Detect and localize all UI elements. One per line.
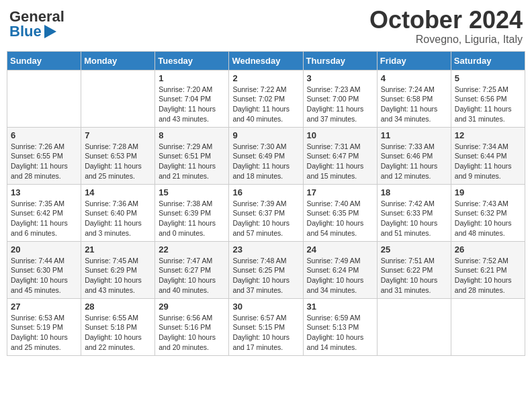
calendar-cell: 1Sunrise: 7:20 AM Sunset: 7:04 PM Daylig… (155, 70, 229, 127)
day-number: 29 (159, 302, 225, 312)
day-number: 5 (455, 73, 521, 83)
day-info: Sunrise: 7:39 AM Sunset: 6:37 PM Dayligh… (232, 199, 299, 238)
day-number: 25 (381, 244, 447, 255)
day-info: Sunrise: 7:22 AM Sunset: 7:02 PM Dayligh… (232, 85, 299, 124)
day-number: 7 (85, 130, 151, 140)
calendar-cell: 7Sunrise: 7:28 AM Sunset: 6:53 PM Daylig… (81, 127, 155, 184)
calendar-cell: 28Sunrise: 6:55 AM Sunset: 5:18 PM Dayli… (81, 298, 155, 355)
logo-blue-text: Blue (9, 24, 56, 39)
day-info: Sunrise: 7:20 AM Sunset: 7:04 PM Dayligh… (159, 85, 225, 124)
day-number: 27 (11, 302, 77, 312)
day-info: Sunrise: 6:53 AM Sunset: 5:19 PM Dayligh… (11, 313, 77, 353)
day-info: Sunrise: 7:44 AM Sunset: 6:30 PM Dayligh… (11, 256, 77, 295)
day-number: 14 (85, 187, 151, 197)
day-number: 4 (381, 73, 447, 83)
day-number: 1 (159, 73, 225, 83)
day-info: Sunrise: 7:30 AM Sunset: 6:49 PM Dayligh… (232, 142, 299, 181)
calendar-cell: 18Sunrise: 7:42 AM Sunset: 6:33 PM Dayli… (377, 184, 451, 241)
calendar-cell: 13Sunrise: 7:35 AM Sunset: 6:42 PM Dayli… (7, 184, 81, 241)
day-info: Sunrise: 7:52 AM Sunset: 6:21 PM Dayligh… (455, 256, 521, 295)
day-number: 6 (11, 130, 77, 140)
logo-general-text: General (9, 9, 64, 24)
day-number: 15 (159, 187, 225, 197)
calendar-cell: 11Sunrise: 7:33 AM Sunset: 6:46 PM Dayli… (377, 127, 451, 184)
calendar-week-row: 1Sunrise: 7:20 AM Sunset: 7:04 PM Daylig… (7, 70, 525, 127)
day-info: Sunrise: 7:49 AM Sunset: 6:24 PM Dayligh… (307, 256, 373, 295)
day-info: Sunrise: 6:57 AM Sunset: 5:15 PM Dayligh… (232, 313, 299, 353)
calendar-cell (451, 298, 525, 355)
calendar-cell: 31Sunrise: 6:59 AM Sunset: 5:13 PM Dayli… (303, 298, 377, 355)
day-number: 10 (307, 130, 373, 140)
calendar-cell: 3Sunrise: 7:23 AM Sunset: 7:00 PM Daylig… (303, 70, 377, 127)
calendar-week-row: 13Sunrise: 7:35 AM Sunset: 6:42 PM Dayli… (7, 184, 525, 241)
day-info: Sunrise: 7:26 AM Sunset: 6:55 PM Dayligh… (11, 142, 77, 181)
day-info: Sunrise: 7:45 AM Sunset: 6:29 PM Dayligh… (85, 256, 151, 295)
calendar-cell (7, 70, 81, 127)
calendar-cell: 2Sunrise: 7:22 AM Sunset: 7:02 PM Daylig… (229, 70, 303, 127)
calendar-cell: 23Sunrise: 7:48 AM Sunset: 6:25 PM Dayli… (229, 241, 303, 298)
calendar-cell: 5Sunrise: 7:25 AM Sunset: 6:56 PM Daylig… (451, 70, 525, 127)
day-info: Sunrise: 7:33 AM Sunset: 6:46 PM Dayligh… (381, 142, 447, 181)
day-info: Sunrise: 7:48 AM Sunset: 6:25 PM Dayligh… (232, 256, 299, 295)
calendar-cell: 17Sunrise: 7:40 AM Sunset: 6:35 PM Dayli… (303, 184, 377, 241)
day-number: 31 (307, 302, 373, 312)
calendar-table: SundayMondayTuesdayWednesdayThursdayFrid… (7, 51, 525, 356)
calendar-week-row: 20Sunrise: 7:44 AM Sunset: 6:30 PM Dayli… (7, 241, 525, 298)
day-number: 24 (307, 244, 373, 255)
calendar-cell: 19Sunrise: 7:43 AM Sunset: 6:32 PM Dayli… (451, 184, 525, 241)
calendar-cell: 22Sunrise: 7:47 AM Sunset: 6:27 PM Dayli… (155, 241, 229, 298)
day-info: Sunrise: 7:51 AM Sunset: 6:22 PM Dayligh… (381, 256, 447, 295)
calendar-day-header: Friday (377, 51, 451, 70)
calendar-cell: 14Sunrise: 7:36 AM Sunset: 6:40 PM Dayli… (81, 184, 155, 241)
day-number: 19 (455, 187, 521, 197)
calendar-week-row: 27Sunrise: 6:53 AM Sunset: 5:19 PM Dayli… (7, 298, 525, 355)
calendar-cell: 15Sunrise: 7:38 AM Sunset: 6:39 PM Dayli… (155, 184, 229, 241)
calendar-cell: 12Sunrise: 7:34 AM Sunset: 6:44 PM Dayli… (451, 127, 525, 184)
day-info: Sunrise: 7:24 AM Sunset: 6:58 PM Dayligh… (381, 85, 447, 124)
day-number: 13 (11, 187, 77, 197)
day-number: 9 (232, 130, 299, 140)
calendar-day-header: Tuesday (155, 51, 229, 70)
day-number: 21 (85, 244, 151, 255)
day-info: Sunrise: 7:23 AM Sunset: 7:00 PM Dayligh… (307, 85, 373, 124)
calendar-day-header: Saturday (451, 51, 525, 70)
day-number: 12 (455, 130, 521, 140)
day-number: 17 (307, 187, 373, 197)
day-info: Sunrise: 6:55 AM Sunset: 5:18 PM Dayligh… (85, 313, 151, 353)
calendar-cell (81, 70, 155, 127)
day-number: 11 (381, 130, 447, 140)
calendar-cell: 10Sunrise: 7:31 AM Sunset: 6:47 PM Dayli… (303, 127, 377, 184)
day-number: 22 (159, 244, 225, 255)
day-info: Sunrise: 7:42 AM Sunset: 6:33 PM Dayligh… (381, 199, 447, 238)
logo-arrow-icon (44, 25, 56, 38)
month-title: October 2024 (369, 7, 523, 34)
day-info: Sunrise: 7:47 AM Sunset: 6:27 PM Dayligh… (159, 256, 225, 295)
calendar-cell: 6Sunrise: 7:26 AM Sunset: 6:55 PM Daylig… (7, 127, 81, 184)
calendar-cell: 20Sunrise: 7:44 AM Sunset: 6:30 PM Dayli… (7, 241, 81, 298)
calendar-day-header: Monday (81, 51, 155, 70)
calendar-cell: 24Sunrise: 7:49 AM Sunset: 6:24 PM Dayli… (303, 241, 377, 298)
day-info: Sunrise: 7:25 AM Sunset: 6:56 PM Dayligh… (455, 85, 521, 124)
calendar-cell (377, 298, 451, 355)
day-number: 20 (11, 244, 77, 255)
calendar-cell: 30Sunrise: 6:57 AM Sunset: 5:15 PM Dayli… (229, 298, 303, 355)
page-header: General Blue October 2024 Rovegno, Ligur… (7, 7, 525, 46)
day-number: 2 (232, 73, 299, 83)
day-number: 30 (232, 302, 299, 312)
calendar-day-header: Thursday (303, 51, 377, 70)
day-info: Sunrise: 6:56 AM Sunset: 5:16 PM Dayligh… (159, 313, 225, 353)
day-info: Sunrise: 7:29 AM Sunset: 6:51 PM Dayligh… (159, 142, 225, 181)
day-info: Sunrise: 7:35 AM Sunset: 6:42 PM Dayligh… (11, 199, 77, 238)
calendar-week-row: 6Sunrise: 7:26 AM Sunset: 6:55 PM Daylig… (7, 127, 525, 184)
location-text: Rovegno, Liguria, Italy (369, 34, 523, 46)
calendar-cell: 9Sunrise: 7:30 AM Sunset: 6:49 PM Daylig… (229, 127, 303, 184)
title-section: October 2024 Rovegno, Liguria, Italy (369, 7, 523, 46)
day-info: Sunrise: 7:43 AM Sunset: 6:32 PM Dayligh… (455, 199, 521, 238)
calendar-cell: 26Sunrise: 7:52 AM Sunset: 6:21 PM Dayli… (451, 241, 525, 298)
day-number: 26 (455, 244, 521, 255)
day-info: Sunrise: 7:28 AM Sunset: 6:53 PM Dayligh… (85, 142, 151, 181)
calendar-cell: 27Sunrise: 6:53 AM Sunset: 5:19 PM Dayli… (7, 298, 81, 355)
day-info: Sunrise: 6:59 AM Sunset: 5:13 PM Dayligh… (307, 313, 373, 353)
day-number: 3 (307, 73, 373, 83)
calendar-header-row: SundayMondayTuesdayWednesdayThursdayFrid… (7, 51, 525, 70)
